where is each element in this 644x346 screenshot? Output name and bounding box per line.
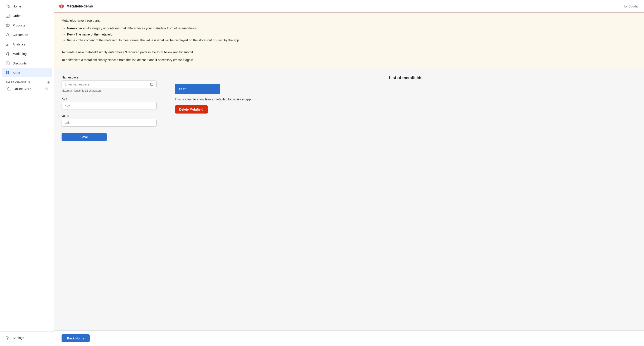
info-part-namespace: Namespace - A category or container that… [67,26,637,31]
metafield-description: This is a test to show how a metafiled l… [175,97,265,102]
topbar: Metafield-demo by Bogdan [54,0,644,13]
key-label: Key [62,97,156,100]
online-store-settings-icon[interactable] [45,87,49,91]
namespace-field-group: Namespace Maximum length is 12 character… [62,75,156,92]
value-input[interactable] [64,121,154,125]
sidebar-item-analytics-label: Analytics [13,42,25,46]
svg-rect-12 [8,88,11,90]
svg-rect-4 [8,43,9,46]
home-icon [6,4,10,8]
products-icon [6,23,10,27]
sidebar-item-apps[interactable]: Apps [2,68,52,77]
info-instruction-create: To create a new metafield simply enter t… [62,50,637,55]
page-content: Metafields have three parts: Namespace -… [54,13,644,331]
back-home-button[interactable]: Back Home [62,334,90,343]
svg-rect-3 [8,44,8,46]
main-content: Metafield-demo by Bogdan Metafields have… [54,0,644,346]
topbar-accent-line [54,12,644,12]
delete-metafield-button[interactable]: Delete Metafield [175,105,208,113]
app-name: Metafield-demo [66,4,93,8]
info-intro: Metafields have three parts: [62,18,637,23]
customers-icon [6,32,10,37]
orders-icon [6,13,10,18]
svg-rect-10 [6,73,8,74]
add-sales-channel-icon[interactable] [47,80,50,84]
svg-rect-9 [8,71,9,73]
value-label: value [62,114,156,118]
sidebar-item-settings-label: Settings [13,336,24,340]
metafields-list-title: List of metafields [175,75,637,80]
sidebar-item-products[interactable]: Products [2,21,52,30]
sidebar-item-online-store[interactable]: Online Store [2,85,52,93]
info-instruction-edit: To edit/delete a metafield simply select… [62,57,637,62]
sidebar-item-customers[interactable]: Customers [2,30,52,39]
sidebar-item-home[interactable]: Home [2,2,52,11]
online-store-label: Online Store [14,87,31,91]
sidebar-item-marketing-label: Marketing [13,52,26,56]
namespace-hint: Maximum length is 12 characters [62,89,156,92]
sidebar-item-home-label: Home [13,4,21,8]
namespace-input-wrapper [62,80,156,88]
online-store-icon [7,87,11,91]
apps-icon [6,70,10,75]
sidebar-item-marketing[interactable]: Marketing [2,49,52,58]
sidebar-item-apps-label: Apps [13,71,20,75]
form-left: Namespace Maximum length is 12 character… [62,75,156,141]
value-field-group: value [62,114,156,127]
svg-rect-11 [8,73,9,74]
app-brand: Metafield-demo [59,3,93,9]
app-logo-icon [59,3,64,9]
marketing-icon [6,51,10,56]
settings-icon [6,336,10,340]
svg-point-14 [46,88,47,89]
svg-rect-19 [150,83,153,85]
value-input-wrapper [62,119,156,127]
info-parts-list: Namespace - A category or container that… [67,26,637,43]
metafields-list-section: List of metafields test This is a test t… [175,75,637,141]
sidebar-item-analytics[interactable]: Analytics [2,40,52,49]
svg-point-1 [7,33,8,35]
svg-rect-8 [6,71,8,73]
sales-channels-section: SALES CHANNELS [0,78,54,85]
key-field-group: Key [62,97,156,109]
sidebar-item-settings[interactable]: Settings [2,333,52,343]
sidebar-item-products-label: Products [13,23,25,27]
sidebar-item-orders-label: Orders [13,14,22,18]
namespace-label: Namespace [62,75,156,79]
save-button[interactable]: Save [62,133,107,141]
sidebar-item-customers-label: Customers [13,33,28,37]
discounts-icon [6,61,10,66]
metafield-item-test[interactable]: test [175,84,220,94]
sidebar: Home Orders Products [0,0,54,346]
analytics-icon [6,42,10,46]
sidebar-nav: Home Orders Products [0,0,54,331]
info-part-value: Value - The content of the metafield. In… [67,38,637,43]
topbar-user: by Bogdan [624,4,640,8]
sidebar-footer: Settings [0,331,54,346]
key-input[interactable] [64,104,154,107]
namespace-input-icon [150,82,154,86]
namespace-input[interactable] [64,82,148,86]
svg-rect-2 [6,45,7,46]
sidebar-item-orders[interactable]: Orders [2,11,52,20]
sidebar-item-discounts-label: Discounts [13,61,26,65]
key-input-wrapper [62,102,156,109]
form-section: Namespace Maximum length is 12 character… [54,68,644,148]
sales-channels-label: SALES CHANNELS [6,81,30,84]
sidebar-item-discounts[interactable]: Discounts [2,59,52,68]
info-banner: Metafields have three parts: Namespace -… [54,13,644,68]
page-footer: Back Home [54,331,644,346]
info-part-key: Key - The name of the metafield. [67,32,637,37]
svg-point-15 [7,337,8,339]
